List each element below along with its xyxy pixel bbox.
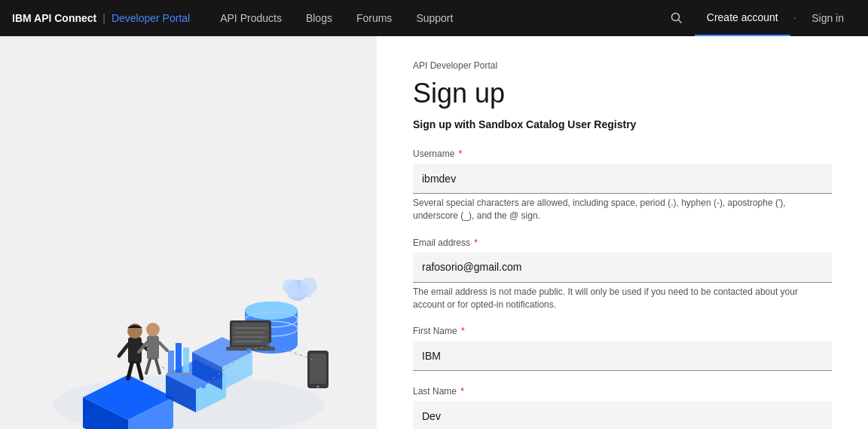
signin-button[interactable]: Sign in bbox=[799, 0, 856, 36]
email-label: Email address * bbox=[413, 237, 832, 248]
firstname-group: First Name * bbox=[413, 326, 832, 371]
hero-illustration bbox=[30, 164, 347, 429]
nav-link-api-products[interactable]: API Products bbox=[208, 0, 294, 36]
email-hint: The email address is not made public. It… bbox=[413, 286, 832, 311]
svg-rect-46 bbox=[183, 348, 189, 373]
breadcrumb: API Developer Portal bbox=[413, 60, 832, 71]
nav-separator: · bbox=[790, 11, 799, 25]
username-hint: Several special characters are allowed, … bbox=[413, 197, 832, 222]
svg-point-15 bbox=[245, 302, 298, 320]
form-subtitle: Sign up with Sandbox Catalog User Regist… bbox=[413, 118, 832, 130]
username-input[interactable] bbox=[413, 164, 832, 194]
username-label: Username * bbox=[413, 149, 832, 159]
svg-point-39 bbox=[146, 323, 160, 336]
svg-point-54 bbox=[269, 342, 274, 347]
nav-ibm-label: IBM API Connect bbox=[12, 12, 96, 24]
firstname-required: * bbox=[459, 326, 465, 336]
svg-point-53 bbox=[246, 348, 251, 353]
svg-point-52 bbox=[201, 384, 206, 388]
svg-point-0 bbox=[671, 14, 679, 21]
page-title: Sign up bbox=[413, 77, 832, 109]
nav-link-support[interactable]: Support bbox=[404, 0, 465, 36]
svg-line-37 bbox=[138, 363, 142, 378]
nav-divider: | bbox=[102, 12, 105, 24]
email-group: Email address * The email address is not… bbox=[413, 237, 832, 311]
svg-line-36 bbox=[128, 363, 132, 378]
firstname-input[interactable] bbox=[413, 341, 832, 371]
svg-rect-44 bbox=[168, 351, 174, 373]
lastname-label: Last Name * bbox=[413, 386, 832, 397]
page-layout: API Developer Portal Sign up Sign up wit… bbox=[0, 36, 868, 429]
nav-link-blogs[interactable]: Blogs bbox=[294, 0, 344, 36]
search-icon[interactable] bbox=[659, 0, 695, 36]
svg-rect-45 bbox=[176, 343, 182, 373]
svg-line-43 bbox=[156, 360, 160, 373]
nav-brand: IBM API Connect | Developer Portal bbox=[12, 12, 190, 24]
firstname-label: First Name * bbox=[413, 326, 832, 336]
email-input[interactable] bbox=[413, 253, 832, 283]
svg-rect-30 bbox=[310, 354, 326, 384]
svg-line-42 bbox=[146, 360, 150, 373]
nav-links: API Products Blogs Forums Support bbox=[208, 0, 465, 36]
lastname-required: * bbox=[458, 386, 464, 397]
svg-line-41 bbox=[159, 342, 167, 351]
svg-rect-21 bbox=[288, 290, 311, 297]
create-account-button[interactable]: Create account bbox=[695, 0, 790, 36]
username-required: * bbox=[456, 149, 462, 159]
email-required: * bbox=[472, 237, 478, 248]
svg-line-1 bbox=[678, 20, 681, 23]
nav-right: Create account · Sign in bbox=[659, 0, 856, 36]
svg-line-34 bbox=[119, 345, 128, 356]
nav-link-forums[interactable]: Forums bbox=[344, 0, 404, 36]
svg-rect-38 bbox=[147, 336, 159, 360]
nav-portal-label[interactable]: Developer Portal bbox=[112, 12, 190, 24]
svg-point-31 bbox=[316, 385, 319, 388]
illustration-panel bbox=[0, 36, 377, 429]
lastname-group: Last Name * bbox=[413, 386, 832, 429]
top-navigation: IBM API Connect | Developer Portal API P… bbox=[0, 0, 868, 36]
signup-form-panel: API Developer Portal Sign up Sign up wit… bbox=[377, 36, 868, 429]
lastname-input[interactable] bbox=[413, 401, 832, 429]
username-group: Username * Several special characters ar… bbox=[413, 149, 832, 222]
